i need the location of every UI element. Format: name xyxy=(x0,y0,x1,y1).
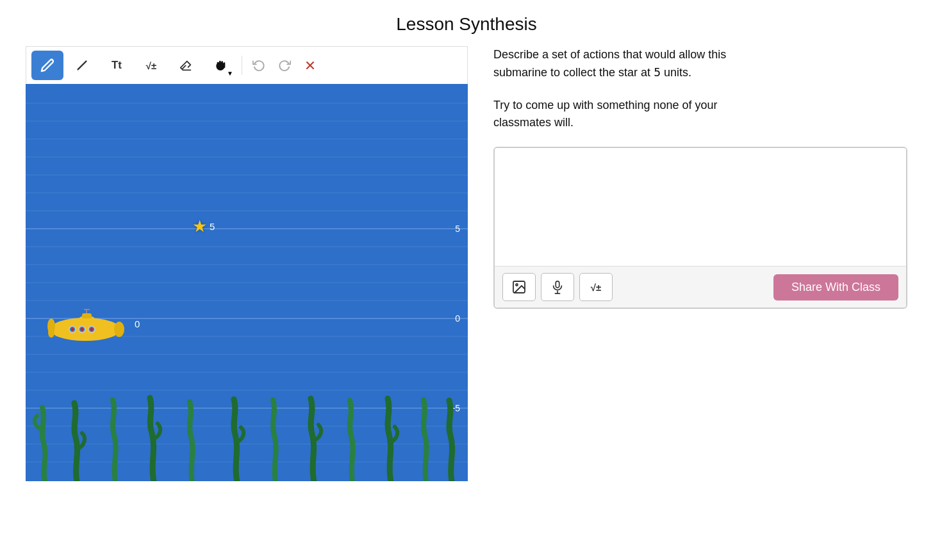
submarine-svg xyxy=(37,307,127,345)
page-title: Lesson Synthesis xyxy=(0,0,933,46)
svg-point-36 xyxy=(81,328,84,331)
math-tool-button[interactable]: √± xyxy=(135,51,167,80)
image-icon xyxy=(511,279,527,295)
axis-label-0: 0 xyxy=(455,313,460,324)
math-symbol: √± xyxy=(591,282,601,293)
star-icon: ★ xyxy=(192,217,207,236)
desc-line5: classmates will. xyxy=(493,116,574,129)
svg-point-37 xyxy=(90,328,94,331)
response-toolbar: √± Share With Class xyxy=(495,266,906,308)
line-tool-button[interactable] xyxy=(66,51,98,80)
svg-point-40 xyxy=(114,322,124,337)
description-paragraph-1: Describe a set of actions that would all… xyxy=(493,46,907,81)
unit-value: 5 xyxy=(654,65,661,79)
desc-line2: submarine to collect the star at 5 units… xyxy=(493,66,691,79)
response-area: √± Share With Class xyxy=(493,147,907,309)
svg-rect-3 xyxy=(219,61,221,68)
left-panel: Tt √± ▼ xyxy=(26,46,468,481)
hand-tool-button[interactable]: ▼ xyxy=(204,51,236,80)
svg-rect-31 xyxy=(82,313,92,318)
svg-point-44 xyxy=(516,284,518,286)
microphone-icon xyxy=(550,279,565,295)
svg-rect-5 xyxy=(224,62,226,68)
microphone-button[interactable] xyxy=(541,273,574,301)
drawing-canvas[interactable]: 5 0 −5 ★ 5 xyxy=(26,84,468,481)
eraser-tool-button[interactable] xyxy=(170,51,202,80)
svg-point-35 xyxy=(71,328,74,331)
sub-position-label: 0 xyxy=(135,318,140,329)
desc-line1: Describe a set of actions that would all… xyxy=(493,48,726,61)
insert-image-button[interactable] xyxy=(502,273,536,301)
response-textarea[interactable] xyxy=(495,148,906,263)
drawing-toolbar: Tt √± ▼ xyxy=(26,46,468,84)
description-paragraph-2: Try to come up with something none of yo… xyxy=(493,97,907,131)
star-marker: ★ 5 xyxy=(192,217,215,236)
close-button[interactable] xyxy=(299,54,322,77)
redo-button[interactable] xyxy=(273,54,296,77)
undo-button[interactable] xyxy=(247,54,270,77)
svg-line-0 xyxy=(78,62,87,70)
svg-rect-2 xyxy=(217,62,219,68)
main-content: Tt √± ▼ xyxy=(0,46,933,481)
axis-label-5: 5 xyxy=(455,224,460,234)
svg-rect-45 xyxy=(556,281,559,288)
svg-point-39 xyxy=(48,327,54,338)
math-input-button[interactable]: √± xyxy=(579,273,613,301)
seaweed-svg xyxy=(26,391,468,481)
text-tool-button[interactable]: Tt xyxy=(101,51,133,80)
share-with-class-button[interactable]: Share With Class xyxy=(773,274,898,301)
right-panel: Describe a set of actions that would all… xyxy=(493,46,907,309)
desc-line4: Try to come up with something none of yo… xyxy=(493,99,718,111)
submarine xyxy=(37,307,127,348)
star-value-label: 5 xyxy=(210,221,215,232)
toolbar-divider xyxy=(242,56,242,75)
pen-tool-button[interactable] xyxy=(31,51,63,80)
svg-rect-4 xyxy=(221,61,223,68)
